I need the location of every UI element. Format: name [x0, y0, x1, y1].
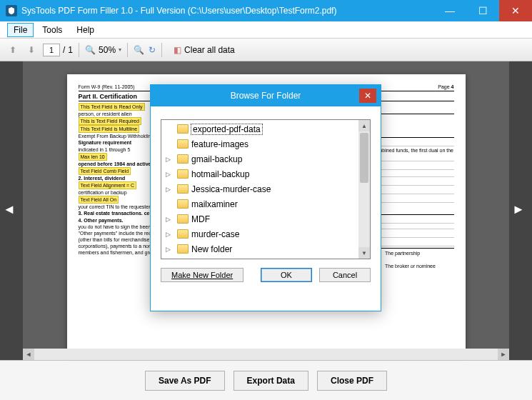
text-interest: 2. Interest, dividend: [79, 176, 126, 181]
text-exempt: Exempt From Backup Withholding: [79, 134, 154, 139]
field-maxlen: Max len 10: [79, 153, 107, 161]
folder-label: New folder: [191, 244, 232, 254]
rotate-icon[interactable]: ↻: [149, 45, 156, 55]
part-title: Part II. Certification: [79, 93, 138, 100]
folder-label: mailxaminer: [191, 199, 238, 209]
text-other: 4. Other payments.: [79, 218, 124, 223]
folder-icon: [177, 139, 189, 149]
folder-item[interactable]: murder-case: [161, 226, 370, 241]
r-partnership: The partnership: [385, 250, 453, 263]
dialog-title-label: Browse For Folder: [231, 91, 301, 101]
folder-icon: [177, 244, 189, 254]
minimize-button[interactable]: —: [433, 0, 466, 21]
page-total: 1: [68, 45, 73, 55]
folder-label: gmail-backup: [191, 154, 242, 164]
folder-item[interactable]: Jessica-murder-case: [161, 181, 370, 196]
scroll-right-icon[interactable]: ►: [498, 349, 509, 360]
text-cert: certification or backup: [79, 190, 127, 195]
field-allon: Text Field All On: [79, 196, 119, 204]
toolbar: ⬆ ⬇ / 1 🔍 50% ▾ 🔍 ↻ ◧ Clear all data: [0, 39, 532, 61]
next-page-icon: ►: [512, 202, 529, 219]
page-separator: /: [63, 45, 65, 55]
folder-item[interactable]: feature-images: [161, 136, 370, 151]
scroll-down-icon[interactable]: ▼: [358, 247, 370, 259]
folder-item[interactable]: gmail-backup: [161, 151, 370, 166]
folder-label: MDF: [191, 214, 210, 224]
folder-icon: [177, 229, 189, 239]
r-broker: The broker or nominee: [385, 263, 453, 276]
horizontal-scrollbar[interactable]: ◄ ►: [23, 349, 509, 360]
close-pdf-button[interactable]: Close PDF: [317, 371, 387, 391]
folder-tree[interactable]: exported-pdf-datafeature-imagesgmail-bac…: [161, 119, 371, 259]
zoom-add-icon[interactable]: 🔍: [134, 45, 144, 55]
folder-item[interactable]: mailxaminer: [161, 196, 370, 211]
folder-label: murder-case: [191, 229, 239, 239]
folder-icon: [177, 124, 189, 134]
scroll-left-icon[interactable]: ◄: [23, 349, 34, 360]
folder-label: Jessica-murder-case: [191, 184, 271, 194]
text-indicated: indicated in 1 through 5: [79, 147, 131, 152]
folder-icon: [177, 184, 189, 194]
eraser-icon: ◧: [174, 45, 181, 55]
nav-right[interactable]: ►: [509, 61, 532, 360]
field-comb: Text Field Comb Field: [79, 167, 131, 175]
save-as-pdf-button[interactable]: Save As PDF: [145, 371, 225, 391]
dialog-title: Browse For Folder ✕: [151, 85, 381, 106]
zoom-icon[interactable]: 🔍: [85, 45, 96, 55]
folder-icon: [177, 214, 189, 224]
menubar: File Tools Help: [0, 21, 532, 39]
clear-all-button[interactable]: ◧ Clear all data: [168, 44, 241, 56]
form-revision: Form W-9 (Rev. 11-2005): [79, 84, 135, 89]
scroll-up-icon[interactable]: ▲: [358, 120, 370, 131]
close-button[interactable]: ✕: [499, 0, 532, 21]
folder-item[interactable]: hotmail-backup: [161, 166, 370, 181]
field-readonly: This Text Field is Read Only: [79, 103, 145, 111]
folder-label: hotmail-backup: [191, 169, 249, 179]
page-label: Page: [438, 84, 449, 89]
folder-icon: [177, 154, 189, 164]
field-multiline: This Text Field is Multiline: [79, 125, 140, 133]
menu-tools[interactable]: Tools: [36, 24, 68, 36]
titlebar: SysTools PDF Form Filler 1.0 - Full Vers…: [0, 0, 532, 21]
field-align: Text Field Alignment = C: [79, 181, 137, 189]
zoom-value[interactable]: 50%: [99, 45, 116, 55]
menu-help[interactable]: Help: [71, 24, 100, 36]
make-new-folder-button[interactable]: Make New Folder: [161, 268, 244, 282]
field-required: This is Text Field Required: [79, 117, 141, 125]
scroll-thumb[interactable]: [360, 133, 368, 183]
ok-button[interactable]: OK: [261, 268, 312, 282]
folder-item[interactable]: New folder: [161, 241, 370, 256]
window-title: SysTools PDF Form Filler 1.0 - Full Vers…: [21, 6, 433, 16]
folder-icon: [177, 199, 189, 209]
maximize-button[interactable]: ☐: [466, 0, 499, 21]
folder-label: exported-pdf-data: [191, 124, 262, 134]
page-up-icon[interactable]: ⬆: [6, 43, 20, 57]
dialog-close-button[interactable]: ✕: [359, 89, 376, 103]
menu-file[interactable]: File: [7, 23, 34, 37]
export-data-button[interactable]: Export Data: [234, 371, 308, 391]
text-person: person, or resident alien: [79, 111, 132, 116]
browse-folder-dialog: Browse For Folder ✕ exported-pdf-datafea…: [150, 84, 381, 311]
zoom-dropdown-icon[interactable]: ▾: [119, 46, 121, 53]
clear-all-label: Clear all data: [184, 45, 235, 55]
page-number: 4: [451, 84, 454, 89]
nav-left[interactable]: ◄: [0, 61, 23, 360]
prev-page-icon: ◄: [3, 202, 20, 219]
folder-label: feature-images: [191, 139, 249, 149]
footer: Save As PDF Export Data Close PDF: [0, 360, 532, 400]
app-icon: [6, 5, 17, 16]
text-signature: Signature requirement: [79, 140, 132, 145]
folder-icon: [177, 169, 189, 179]
tree-scrollbar[interactable]: ▲ ▼: [358, 120, 370, 259]
cancel-button[interactable]: Cancel: [319, 268, 371, 282]
folder-item[interactable]: MDF: [161, 211, 370, 226]
page-current-input[interactable]: [43, 44, 60, 56]
folder-item[interactable]: exported-pdf-data: [161, 121, 370, 136]
page-down-icon[interactable]: ⬇: [24, 43, 39, 57]
